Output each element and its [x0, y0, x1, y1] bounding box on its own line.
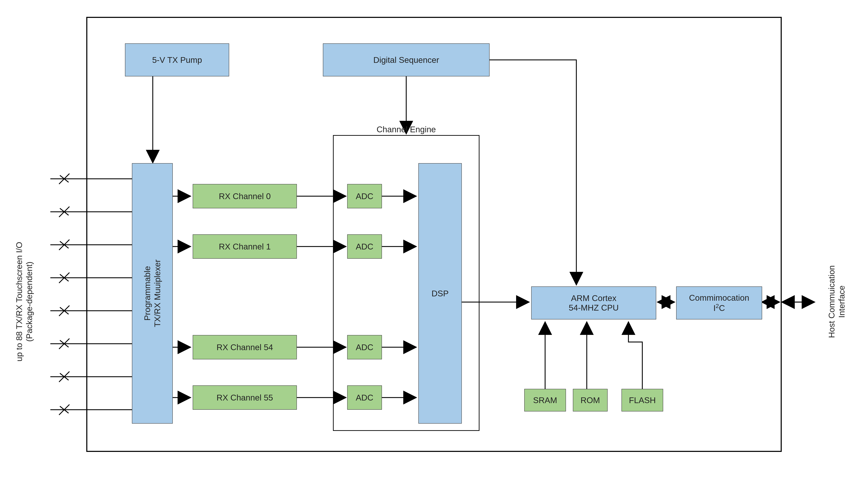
- cpu-label-1: ARM Cortex: [571, 294, 616, 303]
- sram-label: SRAM: [533, 395, 557, 405]
- arrow-seq-to-cpu: [490, 60, 576, 284]
- tx-pump-block: 5-V TX Pump: [125, 43, 229, 77]
- rx-channel-0-label: RX Channel 0: [219, 191, 271, 201]
- rx-chain-arrows: [173, 196, 416, 398]
- adc-0-block: ADC: [347, 184, 382, 208]
- adc-55-block: ADC: [347, 386, 382, 410]
- flash-block: FLASH: [621, 389, 663, 411]
- adc-55-label: ADC: [356, 393, 373, 402]
- rx-channel-55-label: RX Channel 55: [216, 393, 273, 402]
- diagram-stage: 5-V TX Pump Digital Sequencer Channel En…: [0, 0, 868, 488]
- rx-channel-54-block: RX Channel 54: [193, 335, 297, 359]
- arrow-flash-to-cpu: [628, 323, 642, 389]
- adc-0-label: ADC: [356, 191, 373, 201]
- rx-channel-1-label: RX Channel 1: [219, 242, 271, 251]
- rom-block: ROM: [573, 389, 608, 411]
- comm-label-1: Commimocation: [689, 293, 749, 303]
- cpu-label-2: 54-MHZ CPU: [569, 303, 619, 312]
- rx-channel-54-label: RX Channel 54: [216, 342, 273, 352]
- adc-1-label: ADC: [356, 242, 373, 251]
- flash-label: FLASH: [629, 395, 656, 405]
- io-pins: [50, 174, 132, 415]
- adc-54-block: ADC: [347, 335, 382, 359]
- left-io-label: up to 88 TX/RX Touchscreen I/O (Package-…: [14, 232, 34, 371]
- channel-engine-label: Channel Engine: [333, 125, 479, 134]
- rx-channel-1-block: RX Channel 1: [193, 234, 297, 259]
- adc-1-block: ADC: [347, 234, 382, 259]
- rx-channel-0-block: RX Channel 0: [193, 184, 297, 208]
- rx-channel-55-block: RX Channel 55: [193, 386, 297, 410]
- dsp-block: DSP: [418, 163, 462, 424]
- tx-pump-label: 5-V TX Pump: [152, 55, 202, 65]
- adc-54-label: ADC: [356, 342, 373, 352]
- mux-block: Programmable TX/RX Muuiplexer: [132, 163, 173, 424]
- digital-sequencer-block: Digital Sequencer: [323, 43, 490, 77]
- mux-label-2: TX/RX Muuiplexer: [153, 260, 162, 327]
- rom-label: ROM: [581, 395, 600, 405]
- dsp-label: DSP: [432, 289, 449, 298]
- mux-label-1: Programmable: [143, 266, 152, 321]
- sram-block: SRAM: [524, 389, 566, 411]
- comm-block: Commimocation I2C: [676, 286, 762, 319]
- comm-i2c-label: I2C: [713, 303, 725, 313]
- cpu-block: ARM Cortex 54-MHZ CPU: [531, 286, 656, 319]
- right-host-label: Host Commuication Interface: [827, 241, 847, 363]
- digital-sequencer-label: Digital Sequencer: [373, 55, 439, 65]
